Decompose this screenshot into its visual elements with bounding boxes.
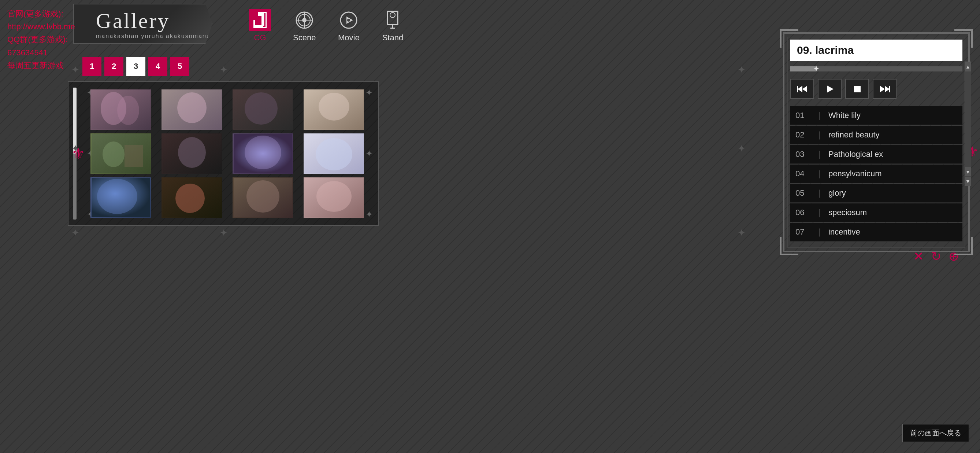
gallery-item-7[interactable] [232, 133, 293, 174]
deco-cross-br: ✦ [366, 209, 373, 220]
gallery-thumb-9 [91, 177, 151, 218]
gallery-deco-8: ✦ [738, 227, 746, 239]
gallery-item-10[interactable] [162, 177, 222, 218]
cg-tab-label: CG [254, 33, 266, 43]
stop-button[interactable] [845, 79, 869, 99]
website-line2: http://www.lvbb.me [7, 20, 75, 33]
page-tab-3[interactable]: 3 [126, 57, 145, 76]
track-sep-1: ｜ [815, 110, 823, 121]
deco-cross-mr: ✦ [366, 148, 373, 159]
page-tab-4[interactable]: 4 [148, 57, 167, 76]
qq-number: 673634541 [7, 46, 75, 59]
gallery-item-6[interactable] [162, 133, 222, 174]
progress-bar[interactable]: ✦ [790, 66, 963, 72]
track-name-5: glory [828, 188, 846, 198]
movie-icon [338, 9, 360, 31]
play-button[interactable] [818, 79, 842, 99]
svg-point-38 [247, 180, 279, 212]
gallery-item-12[interactable] [304, 177, 364, 218]
scroll-down-arrow2[interactable]: ▼ [965, 176, 971, 186]
page-tab-5[interactable]: 5 [170, 57, 189, 76]
gallery-item-5[interactable] [91, 133, 151, 174]
track-sep-4: ｜ [815, 168, 823, 179]
svg-point-25 [103, 142, 124, 167]
gallery-deco-3: ✦ [738, 64, 746, 75]
svg-rect-1 [254, 15, 262, 26]
gallery-thumb-2 [162, 89, 222, 130]
svg-marker-42 [802, 86, 807, 93]
svg-rect-26 [124, 145, 143, 167]
track-item-4[interactable]: 04 ｜ pensylvanicum [790, 164, 963, 183]
prev-track-button[interactable] [790, 79, 814, 99]
track-sep-3: ｜ [815, 149, 823, 160]
track-item-5[interactable]: 05 ｜ glory [790, 184, 963, 203]
repeat-icon[interactable]: ↻ [931, 249, 941, 263]
page-tab-2[interactable]: 2 [104, 57, 123, 76]
track-num-7: 07 [795, 227, 810, 237]
track-item-2[interactable]: 02 ｜ refined beauty [790, 126, 963, 144]
track-name-6: speciosum [828, 208, 867, 217]
gallery-deco-2: ✦ [220, 64, 228, 75]
svg-point-10 [347, 19, 350, 22]
gallery-deco-5: ✦ [738, 143, 746, 154]
gallery-thumb-11 [232, 177, 293, 218]
fleur-decoration-left: ⚜ [72, 145, 85, 163]
nav-tabs: CG Scene [242, 5, 411, 46]
tab-stand[interactable]: Stand [374, 5, 411, 46]
track-item-6[interactable]: 06 ｜ speciosum [790, 203, 963, 222]
gallery-item-1[interactable] [91, 89, 151, 130]
svg-rect-43 [797, 86, 798, 93]
back-button[interactable]: 前の画面へ戻る [902, 424, 969, 442]
track-num-5: 05 [795, 188, 810, 198]
svg-point-30 [245, 136, 281, 169]
gallery-item-4[interactable] [304, 89, 364, 130]
track-sep-6: ｜ [815, 207, 823, 218]
right-panel-scrollbar[interactable]: ▲ ▼ ▼ [965, 62, 971, 186]
gallery-thumb-3 [232, 89, 293, 130]
track-name-4: pensylvanicum [828, 169, 882, 179]
progress-fill [790, 66, 816, 72]
track-item-1[interactable]: 01 ｜ White lily [790, 106, 963, 125]
gallery-item-3[interactable] [232, 89, 293, 130]
gallery-item-9[interactable] [91, 177, 151, 218]
svg-marker-41 [798, 86, 802, 93]
page-tab-1[interactable]: 1 [83, 57, 102, 76]
svg-rect-48 [889, 86, 890, 93]
track-list: 01 ｜ White lily 02 ｜ refined beauty 03 ｜… [790, 106, 963, 241]
scene-tab-label: Scene [293, 33, 316, 43]
settings-icon[interactable]: ⊕ [948, 249, 959, 263]
right-panel: ⚜ ▲ ▼ ▼ 09. lacrima ✦ [790, 40, 963, 263]
gallery-item-2[interactable] [162, 89, 222, 130]
svg-rect-2 [255, 15, 262, 26]
next-track-button[interactable] [873, 79, 897, 99]
stand-icon [382, 9, 404, 31]
deco-cross-tr: ✦ [366, 88, 373, 98]
gallery-deco-7: ✦ [220, 227, 228, 239]
track-name-3: Pathological ex [828, 150, 883, 159]
movie-tab-label: Movie [338, 33, 360, 43]
scroll-up-arrow[interactable]: ▲ [965, 62, 971, 72]
track-item-7[interactable]: 07 ｜ incentive [790, 223, 963, 241]
gallery-thumb-12 [304, 177, 364, 218]
gallery-thumb-4 [304, 89, 364, 130]
svg-point-19 [177, 93, 207, 123]
svg-point-36 [175, 183, 205, 213]
gallery-thumb-8 [304, 133, 364, 174]
track-num-1: 01 [795, 111, 810, 120]
svg-point-40 [317, 181, 352, 212]
track-name-7: incentive [828, 227, 860, 237]
gallery-item-8[interactable] [304, 133, 364, 174]
tab-movie[interactable]: Movie [330, 5, 367, 46]
track-sep-7: ｜ [815, 226, 823, 238]
gallery-deco-6: ✦ [72, 227, 80, 239]
shuffle-icon[interactable]: ✕ [913, 249, 924, 263]
svg-rect-45 [854, 86, 861, 93]
current-track-title: 09. lacrima [790, 40, 963, 61]
scroll-down-arrow1[interactable]: ▼ [965, 167, 971, 176]
gallery-thumb-5 [91, 133, 151, 174]
track-item-3[interactable]: 03 ｜ Pathological ex [790, 145, 963, 164]
track-num-2: 02 [795, 130, 810, 140]
tab-scene[interactable]: Scene [286, 5, 323, 46]
gallery-item-11[interactable] [232, 177, 293, 218]
tab-cg[interactable]: CG [242, 5, 278, 46]
